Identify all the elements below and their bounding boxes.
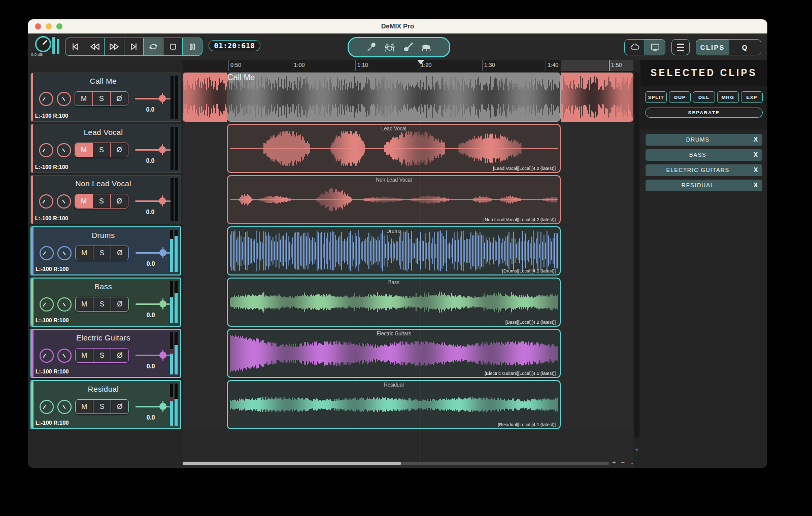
clips-panel-button[interactable]: CLIPS xyxy=(696,40,729,55)
gain-slider-handle[interactable] xyxy=(159,300,166,307)
track-header-drums[interactable]: DrumsMSØ0.0L:-100 R:100 xyxy=(30,226,181,276)
mute-button[interactable]: M xyxy=(76,246,93,260)
instrument-model-selector[interactable] xyxy=(348,37,450,57)
mute-button[interactable]: M xyxy=(75,194,92,208)
time-ruler[interactable]: 0:501:001:101:201:301:401:50 xyxy=(183,60,633,72)
dup-clip-button[interactable]: DUP xyxy=(669,91,691,103)
rewind-button[interactable] xyxy=(85,38,105,56)
timecode-display[interactable]: 01:20:618 xyxy=(209,40,260,51)
track-header-lead-vocal[interactable]: Lead VocalMSØ0.0L:-100 R:100 xyxy=(30,124,181,173)
pan-right-knob[interactable] xyxy=(57,349,72,363)
gain-slider[interactable]: 0.0 xyxy=(135,143,173,157)
clip-electric-guitars[interactable]: Electric Guitars[Electric Guitars][Local… xyxy=(227,329,561,378)
solo-button[interactable]: S xyxy=(93,349,111,362)
fast-forward-button[interactable] xyxy=(104,38,124,56)
mute-button[interactable]: M xyxy=(76,400,93,414)
mute-button[interactable]: M xyxy=(76,297,93,311)
gain-slider[interactable]: 0.0 xyxy=(136,349,173,362)
track-header-call-me[interactable]: Call MeMSØ0.0L:-100 R:100 xyxy=(30,73,181,122)
gain-slider-handle[interactable] xyxy=(159,95,166,102)
zoom-in-button[interactable]: + xyxy=(612,459,616,466)
solo-button[interactable]: S xyxy=(93,246,111,260)
skip-start-button[interactable] xyxy=(65,38,85,56)
solo-button[interactable]: S xyxy=(92,143,110,157)
zoom-out-button[interactable]: − xyxy=(621,459,625,466)
phase-button[interactable]: Ø xyxy=(110,143,128,157)
overview-mid-segment[interactable]: Call Me xyxy=(227,73,561,122)
del-clip-button[interactable]: DEL xyxy=(693,91,715,103)
clip-non-lead-vocal[interactable]: Non Lead Vocal[Non Lead Vocal][Local][4.… xyxy=(227,175,561,224)
gain-slider[interactable]: 0.0 xyxy=(135,194,173,208)
gain-slider[interactable]: 0.0 xyxy=(135,92,173,106)
clip-bass[interactable]: Bass[Bass][Local][4.2 (latest)] xyxy=(227,278,561,327)
master-volume-knob[interactable] xyxy=(35,36,51,52)
solo-button[interactable]: S xyxy=(93,400,111,414)
pan-left-knob[interactable] xyxy=(39,194,53,209)
clip-drums[interactable]: Drums[Drums][Local][4.2 (latest)] xyxy=(227,226,561,276)
mute-button[interactable]: M xyxy=(76,349,93,362)
mute-button[interactable]: M xyxy=(75,143,92,157)
playhead-marker[interactable] xyxy=(417,60,424,64)
zoom-fit-button[interactable]: ↔ xyxy=(630,459,633,466)
phase-button[interactable]: Ø xyxy=(110,194,128,208)
gain-slider-handle[interactable] xyxy=(159,249,166,256)
pan-right-knob[interactable] xyxy=(57,143,71,157)
vertical-scrollbar[interactable]: + xyxy=(633,60,640,468)
clip-residual[interactable]: Residual[Residual][Local][4.1 (latest)] xyxy=(227,380,561,429)
clip-lead-vocal[interactable]: Lead Vocal[Lead Vocal][Local][4.2 (lates… xyxy=(227,124,561,173)
vertical-scrollbar-thumb[interactable] xyxy=(634,73,639,437)
track-header-electric-guitars[interactable]: Electric GuitarsMSØ0.0L:-100 R:100 xyxy=(30,329,181,378)
track-header-residual[interactable]: ResidualMSØ0.0L:-100 R:100 xyxy=(30,380,181,429)
selected-clip-electric-guitars[interactable]: ELECTRIC GUITARSX xyxy=(646,164,762,176)
mrg-clip-button[interactable]: MRG xyxy=(717,91,739,103)
pan-right-knob[interactable] xyxy=(57,92,71,106)
pan-left-knob[interactable] xyxy=(40,400,54,414)
phase-button[interactable]: Ø xyxy=(110,92,128,106)
remove-clip-button[interactable]: X xyxy=(751,149,761,161)
horizontal-scrollbar-thumb[interactable] xyxy=(183,462,401,465)
overview-right-segment[interactable] xyxy=(561,73,633,122)
gain-slider-handle[interactable] xyxy=(159,352,166,359)
skip-end-button[interactable] xyxy=(124,38,144,56)
horizontal-scrollbar[interactable] xyxy=(183,462,609,465)
pan-left-knob[interactable] xyxy=(39,92,53,106)
phase-button[interactable]: Ø xyxy=(111,349,128,362)
gain-slider[interactable]: 0.0 xyxy=(136,246,173,260)
phase-button[interactable]: Ø xyxy=(111,246,128,260)
selected-clip-bass[interactable]: BASSX xyxy=(646,149,762,161)
remove-clip-button[interactable]: X xyxy=(751,180,761,191)
remove-clip-button[interactable]: X xyxy=(751,164,761,176)
phase-button[interactable]: Ø xyxy=(111,400,128,414)
pan-left-knob[interactable] xyxy=(40,246,54,260)
separate-button[interactable]: SEPARATE xyxy=(645,108,763,118)
pan-right-knob[interactable] xyxy=(57,400,72,414)
stop-button[interactable] xyxy=(163,38,183,56)
mute-button[interactable]: M xyxy=(75,92,92,106)
gain-slider-handle[interactable] xyxy=(159,403,166,410)
search-button[interactable]: Q xyxy=(729,40,761,55)
gain-slider-handle[interactable] xyxy=(159,146,166,153)
solo-button[interactable]: S xyxy=(93,297,111,311)
track-height-plus-button[interactable]: + xyxy=(633,446,640,454)
pan-right-knob[interactable] xyxy=(57,246,72,260)
pan-left-knob[interactable] xyxy=(39,143,53,157)
menu-button[interactable] xyxy=(671,39,690,55)
solo-button[interactable]: S xyxy=(92,92,110,106)
gain-slider[interactable]: 0.0 xyxy=(136,400,173,414)
remove-clip-button[interactable]: X xyxy=(751,134,761,146)
solo-button[interactable]: S xyxy=(92,194,110,208)
playhead-line[interactable] xyxy=(421,60,421,461)
selected-clip-drums[interactable]: DRUMSX xyxy=(646,134,762,146)
overview-left-segment[interactable] xyxy=(183,73,227,122)
cloud-button[interactable] xyxy=(625,40,645,55)
gain-slider[interactable]: 0.0 xyxy=(136,297,173,311)
track-header-bass[interactable]: BassMSØ0.0L:-100 R:100 xyxy=(30,278,181,327)
exp-clip-button[interactable]: EXP xyxy=(741,91,763,103)
phase-button[interactable]: Ø xyxy=(111,297,128,311)
selected-clip-residual[interactable]: RESIDUALX xyxy=(646,180,762,191)
split-clip-button[interactable]: SPLIT xyxy=(645,91,667,103)
pan-left-knob[interactable] xyxy=(40,297,54,312)
gain-slider-handle[interactable] xyxy=(159,197,166,204)
local-button[interactable] xyxy=(645,40,665,55)
pan-right-knob[interactable] xyxy=(57,194,71,209)
